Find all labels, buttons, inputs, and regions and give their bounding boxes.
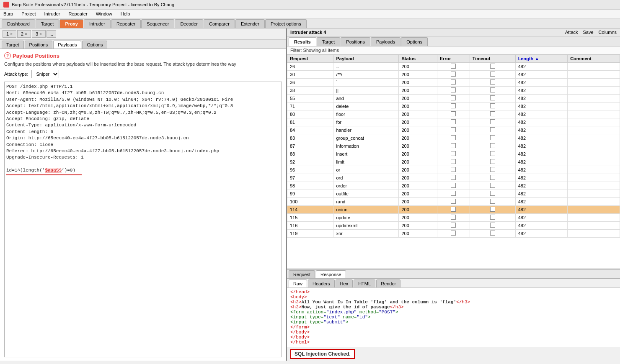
attack-tab-options[interactable]: Options bbox=[401, 37, 428, 46]
num-tab-1-close[interactable]: × bbox=[10, 32, 13, 36]
table-row[interactable]: 92 limit 200 482 bbox=[287, 158, 620, 166]
table-row[interactable]: 99 outfile 200 482 bbox=[287, 190, 620, 198]
attack-type-select[interactable]: Sniper bbox=[31, 70, 59, 78]
num-tab-3[interactable]: 3 × bbox=[32, 30, 46, 38]
content-tab-html[interactable]: HTML bbox=[354, 279, 375, 287]
cell-comment bbox=[568, 71, 620, 79]
table-row[interactable]: 114 union 200 482 bbox=[287, 206, 620, 214]
menu-window[interactable]: Window bbox=[94, 10, 114, 17]
table-row[interactable]: 83 group_concat 200 482 bbox=[287, 134, 620, 142]
tab-comparer[interactable]: Comparer bbox=[204, 19, 235, 28]
attack-tab-target[interactable]: Target bbox=[317, 37, 341, 46]
menu-intruder[interactable]: Intruder bbox=[43, 10, 62, 17]
cell-error bbox=[437, 206, 470, 214]
sub-tab-payloads[interactable]: Payloads bbox=[53, 41, 81, 49]
timeout-checkbox bbox=[490, 183, 495, 188]
table-row[interactable]: 30 /**/ 200 482 bbox=[287, 71, 620, 79]
tab-intruder[interactable]: Intruder bbox=[84, 19, 111, 28]
tab-dashboard[interactable]: Dashboard bbox=[2, 19, 35, 28]
col-request[interactable]: Request bbox=[287, 55, 333, 63]
menu-burp[interactable]: Burp bbox=[2, 10, 15, 17]
table-row[interactable]: 115 update 200 482 bbox=[287, 214, 620, 222]
cell-comment bbox=[568, 222, 620, 230]
attack-tab-payloads[interactable]: Payloads bbox=[371, 37, 400, 46]
content-tab-hex[interactable]: Hex bbox=[336, 279, 353, 287]
attack-menu-save[interactable]: Save bbox=[583, 30, 594, 35]
cell-payload: for bbox=[333, 118, 399, 126]
num-tab-2-close[interactable]: × bbox=[25, 32, 27, 36]
response-content[interactable]: </head> <body> <h3>All You Want Is In Ta… bbox=[287, 288, 620, 347]
num-tab-3-close[interactable]: × bbox=[39, 32, 42, 36]
cell-payload: order bbox=[333, 182, 399, 190]
error-checkbox bbox=[451, 64, 456, 69]
table-row[interactable]: 97 ord 200 482 bbox=[287, 174, 620, 182]
table-row[interactable]: 84 handler 200 482 bbox=[287, 126, 620, 134]
tab-project-options[interactable]: Project options bbox=[265, 19, 307, 28]
table-row[interactable]: 96 or 200 482 bbox=[287, 166, 620, 174]
cell-request: 30 bbox=[287, 71, 333, 79]
table-row[interactable]: 98 order 200 482 bbox=[287, 182, 620, 190]
table-row[interactable]: 26 -- 200 482 bbox=[287, 63, 620, 71]
table-row[interactable]: 81 for 200 482 bbox=[287, 118, 620, 126]
cell-timeout bbox=[470, 174, 515, 182]
table-row[interactable]: 100 rand 200 482 bbox=[287, 198, 620, 206]
col-length[interactable]: Length ▲ bbox=[515, 55, 568, 63]
more-tabs-button[interactable]: ... bbox=[46, 30, 56, 38]
timeout-checkbox bbox=[490, 167, 495, 172]
tab-decoder[interactable]: Decoder bbox=[175, 19, 203, 28]
tab-extender[interactable]: Extender bbox=[235, 19, 265, 28]
cell-length: 482 bbox=[515, 134, 568, 142]
cell-timeout bbox=[470, 222, 515, 230]
attack-tab-results[interactable]: Results bbox=[289, 37, 316, 46]
col-comment[interactable]: Comment bbox=[568, 55, 620, 63]
attack-menu-columns[interactable]: Columns bbox=[599, 30, 617, 35]
num-tab-1[interactable]: 1 × bbox=[3, 30, 16, 38]
col-payload[interactable]: Payload bbox=[333, 55, 399, 63]
cell-error bbox=[437, 126, 470, 134]
cell-status: 200 bbox=[399, 118, 437, 126]
tab-target[interactable]: Target bbox=[36, 19, 59, 28]
col-status[interactable]: Status bbox=[399, 55, 437, 63]
tab-repeater[interactable]: Repeater bbox=[111, 19, 141, 28]
cell-payload: rand bbox=[333, 198, 399, 206]
attack-menu-attack[interactable]: Attack bbox=[565, 30, 578, 35]
table-row[interactable]: 116 updatexml 200 482 bbox=[287, 222, 620, 230]
tab-sequencer[interactable]: Sequencer bbox=[141, 19, 174, 28]
cell-status: 200 bbox=[399, 222, 437, 230]
cell-comment bbox=[568, 198, 620, 206]
attack-tab-positions[interactable]: Positions bbox=[341, 37, 370, 46]
menu-project[interactable]: Project bbox=[20, 10, 37, 17]
cell-length: 482 bbox=[515, 214, 568, 222]
menu-help[interactable]: Help bbox=[119, 10, 132, 17]
table-row[interactable]: 36 ` 200 482 bbox=[287, 79, 620, 87]
table-row[interactable]: 88 insert 200 482 bbox=[287, 150, 620, 158]
content-tab-raw[interactable]: Raw bbox=[289, 279, 307, 287]
sub-tab-bar: Target Positions Payloads Options bbox=[0, 40, 286, 49]
req-tab[interactable]: Request bbox=[289, 270, 315, 278]
num-tab-2[interactable]: 2 × bbox=[17, 30, 31, 38]
content-tab-headers[interactable]: Headers bbox=[308, 279, 335, 287]
req-payload-highlight: $aaaS bbox=[45, 168, 59, 173]
cell-timeout bbox=[470, 214, 515, 222]
sub-tab-positions[interactable]: Positions bbox=[25, 41, 53, 49]
timeout-checkbox bbox=[490, 215, 495, 220]
cell-length: 482 bbox=[515, 190, 568, 198]
table-row[interactable]: 119 xor 200 482 bbox=[287, 230, 620, 238]
tab-proxy[interactable]: Proxy bbox=[59, 19, 83, 28]
results-table-container[interactable]: Request Payload Status Error Timeout Len… bbox=[287, 54, 620, 269]
sub-tab-target[interactable]: Target bbox=[2, 41, 24, 49]
sub-tab-options[interactable]: Options bbox=[82, 41, 107, 49]
table-row[interactable]: 87 information 200 482 bbox=[287, 142, 620, 150]
table-row[interactable]: 38 || 200 482 bbox=[287, 87, 620, 95]
timeout-checkbox bbox=[490, 135, 495, 140]
table-row[interactable]: 55 and 200 482 bbox=[287, 95, 620, 103]
request-editor[interactable]: POST /index.php HTTP/1.1 Host: 65eecc40-… bbox=[4, 82, 282, 357]
col-error[interactable]: Error bbox=[437, 55, 470, 63]
content-tab-render[interactable]: Render bbox=[376, 279, 400, 287]
table-row[interactable]: 71 delete 200 482 bbox=[287, 103, 620, 110]
cell-length: 482 bbox=[515, 63, 568, 71]
col-timeout[interactable]: Timeout bbox=[470, 55, 515, 63]
menu-repeater[interactable]: Repeater bbox=[67, 10, 89, 17]
table-row[interactable]: 80 floor 200 482 bbox=[287, 110, 620, 118]
resp-tab[interactable]: Response bbox=[316, 270, 346, 278]
